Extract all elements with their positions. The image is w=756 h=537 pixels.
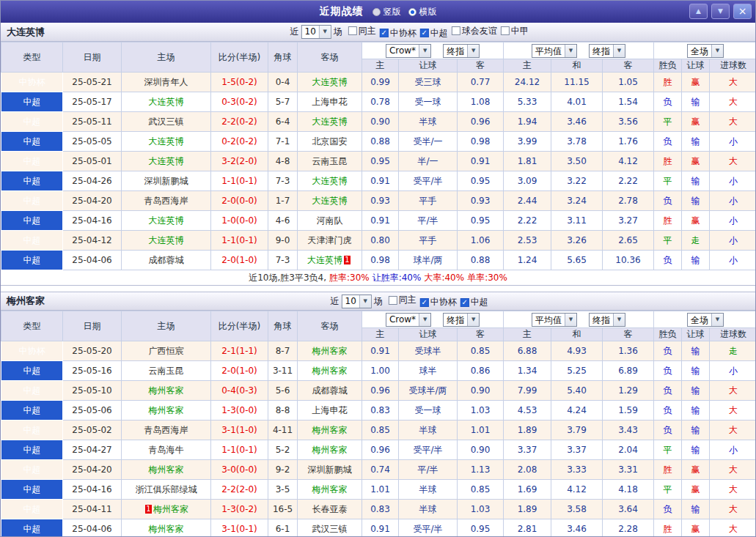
checkbox-icon bbox=[501, 26, 510, 35]
score-cell[interactable]: 3-1(0-1) bbox=[211, 519, 268, 537]
team-name[interactable]: 大连英博 bbox=[149, 235, 184, 245]
team-name[interactable]: 梅州客家 bbox=[153, 504, 188, 514]
team-name[interactable]: 梅州客家 bbox=[312, 445, 348, 455]
match-date: 25-04-12 bbox=[63, 231, 122, 251]
home-odds-cell: 0.91 bbox=[362, 519, 399, 537]
average-select[interactable]: 平均值▼ bbox=[532, 313, 577, 327]
score-cell[interactable]: 2-0(1-0) bbox=[211, 251, 268, 270]
team-name[interactable]: 武汉三镇 bbox=[312, 524, 348, 534]
team-name[interactable]: 广西恒宸 bbox=[149, 346, 184, 356]
team-name[interactable]: 梅州客家 bbox=[312, 484, 348, 495]
filter-league-one[interactable]: 中甲 bbox=[501, 25, 529, 37]
team-name[interactable]: 梅州客家 bbox=[312, 366, 348, 376]
odds-stage-select[interactable]: 终指▼ bbox=[443, 44, 480, 58]
filter-cfa-cup[interactable]: ✓中协杯 bbox=[380, 27, 416, 40]
handicap-result-cell: 赢 bbox=[682, 152, 710, 171]
close-button[interactable]: × bbox=[733, 4, 752, 19]
team-name[interactable]: 大连英博 bbox=[312, 176, 348, 186]
team-name[interactable]: 大连英博 bbox=[149, 97, 184, 107]
team-name[interactable]: 天津津门虎 bbox=[308, 235, 352, 245]
team-name[interactable]: 成都蓉城 bbox=[149, 255, 184, 265]
layout-radio-vertical[interactable]: 竖版 bbox=[373, 6, 401, 18]
team-name[interactable]: 大连英博 bbox=[307, 255, 342, 265]
home-team-cell: 大连英博 bbox=[122, 152, 211, 171]
score-cell[interactable]: 3-0(0-0) bbox=[211, 460, 268, 480]
bookmaker-select[interactable]: Crow*▼ bbox=[386, 313, 431, 327]
team-name[interactable]: 深圳新鹏城 bbox=[308, 464, 352, 475]
score-cell[interactable]: 1-1(0-1) bbox=[211, 171, 268, 191]
score-cell[interactable]: 2-1(1-1) bbox=[211, 341, 268, 361]
score-cell[interactable]: 1-1(0-1) bbox=[211, 440, 268, 460]
team-name[interactable]: 云南玉昆 bbox=[312, 156, 348, 166]
match-count-select[interactable]: 10▼ bbox=[342, 295, 372, 308]
team-name[interactable]: 上海申花 bbox=[312, 97, 348, 107]
handicap-cell: 受三球 bbox=[399, 73, 458, 92]
layout-radio-horizontal[interactable]: 横版 bbox=[408, 6, 437, 18]
score-cell[interactable]: 2-2(2-0) bbox=[211, 480, 268, 500]
match-count-select[interactable]: 10▼ bbox=[301, 25, 331, 39]
avg-home-cell: 1.34 bbox=[504, 361, 551, 381]
score-cell[interactable]: 1-1(0-1) bbox=[211, 231, 268, 251]
team-name[interactable]: 青岛海牛 bbox=[149, 445, 184, 455]
filter-same-venue[interactable]: 同主 bbox=[348, 25, 376, 37]
filter-club-friendly[interactable]: 球会友谊 bbox=[452, 25, 497, 37]
team-name[interactable]: 大连英博 bbox=[149, 156, 184, 166]
scope-select[interactable]: 全场▼ bbox=[687, 44, 724, 58]
team-name[interactable]: 河南队 bbox=[317, 215, 343, 226]
team-name[interactable]: 大连英博 bbox=[312, 116, 348, 127]
team-name[interactable]: 青岛西海岸 bbox=[144, 196, 188, 206]
col-avg-home: 主 bbox=[504, 59, 551, 73]
scope-select[interactable]: 全场▼ bbox=[687, 313, 724, 327]
avg-away-cell: 3.64 bbox=[603, 500, 654, 519]
average-stage-select[interactable]: 终指▼ bbox=[589, 44, 625, 58]
team-name[interactable]: 大连英博 bbox=[312, 196, 348, 206]
team-name[interactable]: 梅州客家 bbox=[149, 385, 184, 396]
filter-csl[interactable]: ✓中超 bbox=[420, 27, 448, 40]
team-name[interactable]: 深圳青年人 bbox=[144, 77, 188, 87]
score-cell[interactable]: 3-2(2-0) bbox=[211, 152, 268, 171]
result-cell: 负 bbox=[654, 251, 682, 270]
team-name[interactable]: 武汉三镇 bbox=[149, 116, 184, 127]
average-stage-select[interactable]: 终指▼ bbox=[589, 313, 625, 327]
team-name[interactable]: 梅州客家 bbox=[149, 464, 184, 475]
team-name[interactable]: 青岛西海岸 bbox=[144, 425, 188, 435]
col-score: 比分(半场) bbox=[211, 311, 268, 341]
score-cell[interactable]: 2-0(1-0) bbox=[211, 361, 268, 381]
radio-label: 横版 bbox=[419, 6, 437, 18]
avg-home-cell: 24.12 bbox=[504, 73, 551, 92]
scroll-up-button[interactable]: ▲ bbox=[689, 4, 708, 19]
score-cell[interactable]: 1-3(0-0) bbox=[211, 401, 268, 421]
score-cell[interactable]: 3-1(1-0) bbox=[211, 421, 268, 440]
score-cell[interactable]: 2-2(0-2) bbox=[211, 112, 268, 132]
team-name[interactable]: 长春亚泰 bbox=[312, 504, 348, 514]
team-name[interactable]: 深圳新鹏城 bbox=[144, 176, 188, 186]
filter-csl[interactable]: ✓中超 bbox=[460, 296, 488, 308]
score-cell[interactable]: 0-2(0-2) bbox=[211, 132, 268, 152]
score-cell[interactable]: 0-4(0-3) bbox=[211, 381, 268, 401]
odds-stage-select[interactable]: 终指▼ bbox=[443, 313, 480, 327]
team-name[interactable]: 大连英博 bbox=[149, 136, 184, 147]
team-name[interactable]: 北京国安 bbox=[312, 136, 348, 147]
scroll-down-button[interactable]: ▼ bbox=[711, 4, 730, 19]
score-cell[interactable]: 1-3(0-2) bbox=[211, 500, 268, 519]
team-name[interactable]: 成都蓉城 bbox=[312, 385, 348, 396]
team-name[interactable]: 上海申花 bbox=[312, 405, 348, 415]
score-cell[interactable]: 2-0(0-0) bbox=[211, 191, 268, 211]
team-name[interactable]: 云南玉昆 bbox=[149, 366, 184, 376]
score-cell[interactable]: 1-0(0-0) bbox=[211, 211, 268, 231]
team-name[interactable]: 梅州客家 bbox=[149, 524, 184, 534]
bookmaker-select[interactable]: Crow*▼ bbox=[386, 44, 431, 58]
score-cell[interactable]: 0-3(0-2) bbox=[211, 92, 268, 112]
team-name[interactable]: 梅州客家 bbox=[312, 346, 348, 356]
team-name[interactable]: 梅州客家 bbox=[149, 405, 184, 415]
team-name[interactable]: 浙江俱乐部绿城 bbox=[136, 484, 197, 495]
filter-same-venue[interactable]: 同主 bbox=[389, 294, 416, 306]
team-name[interactable]: 大连英博 bbox=[312, 77, 348, 87]
team-name[interactable]: 大连英博 bbox=[149, 215, 184, 226]
average-select[interactable]: 平均值▼ bbox=[532, 44, 577, 58]
team-name[interactable]: 梅州客家 bbox=[312, 425, 348, 435]
score-cell[interactable]: 1-5(0-2) bbox=[211, 73, 268, 92]
filter-cfa-cup[interactable]: ✓中协杯 bbox=[420, 296, 457, 308]
average-value: 平均值 bbox=[532, 45, 565, 57]
away-odds-cell: 0.85 bbox=[458, 480, 504, 500]
